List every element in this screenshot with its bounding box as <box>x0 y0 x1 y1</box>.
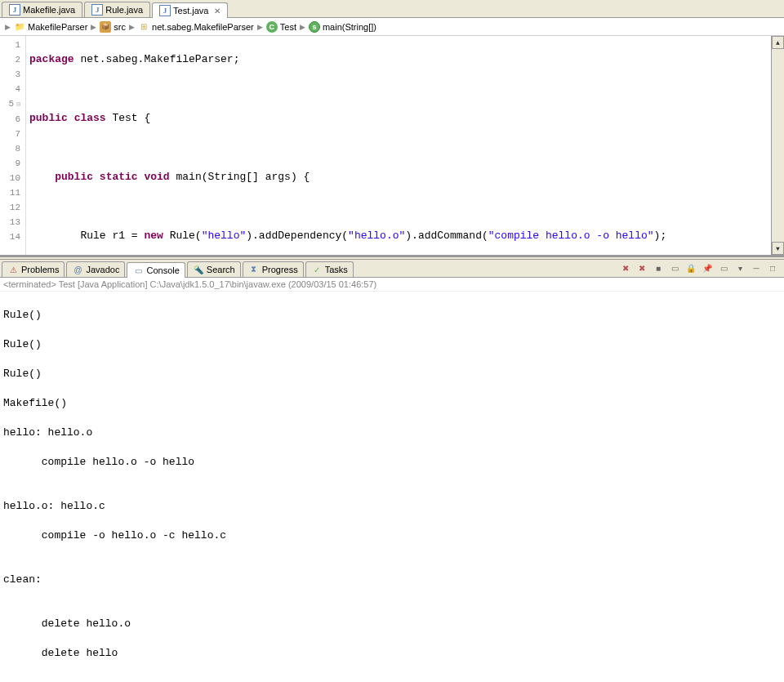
method-icon: s <box>309 21 320 33</box>
pin-console-icon[interactable]: 📌 <box>701 262 714 275</box>
tab-label: Makefile.java <box>23 5 75 15</box>
search-icon: 🔦 <box>193 264 204 275</box>
scroll-up-icon[interactable]: ▲ <box>772 36 784 49</box>
tab-rule-java[interactable]: J Rule.java <box>84 2 150 17</box>
document-text: Renomear classes Pretende-se renomear a … <box>0 677 784 682</box>
console-output[interactable]: Rule() Rule() Rule() Makefile() hello: h… <box>0 292 784 677</box>
tab-makefile-java[interactable]: J Makefile.java <box>2 2 82 17</box>
clear-console-icon[interactable]: ▭ <box>668 262 681 275</box>
bottom-view-tabs: ⚠ Problems @ Javadoc ▭ Console 🔦 Search … <box>0 260 784 278</box>
breadcrumb-method[interactable]: s main(String[]) <box>309 21 376 33</box>
open-console-icon[interactable]: ▾ <box>733 262 746 275</box>
tab-problems[interactable]: ⚠ Problems <box>2 261 65 277</box>
tab-progress[interactable]: ⧗ Progress <box>243 261 304 277</box>
console-header: <terminated> Test [Java Application] C:\… <box>0 278 784 292</box>
java-file-icon: J <box>9 4 20 16</box>
editor-tab-bar: J Makefile.java J Rule.java J Test.java … <box>0 0 784 18</box>
display-console-icon[interactable]: ▭ <box>717 262 730 275</box>
tab-javadoc[interactable]: @ Javadoc <box>66 261 125 277</box>
java-file-icon: J <box>159 5 171 16</box>
scroll-lock-icon[interactable]: 🔒 <box>684 262 697 275</box>
tab-search[interactable]: 🔦 Search <box>187 261 241 277</box>
vertical-scrollbar[interactable]: ▲ ▼ <box>771 36 784 255</box>
progress-icon: ⧗ <box>248 264 260 275</box>
chevron-right-icon: ▶ <box>91 23 96 31</box>
chevron-right-icon: ▶ <box>129 23 135 31</box>
breadcrumb: ▶ 📁 MakefileParser ▶ 📦 src ▶ ⊞ net.sabeg… <box>0 18 784 36</box>
minimize-icon[interactable]: ─ <box>750 262 763 275</box>
chevron-right-icon: ▶ <box>257 23 263 31</box>
terminate-icon[interactable]: ■ <box>652 262 665 275</box>
scroll-down-icon[interactable]: ▼ <box>772 242 784 255</box>
chevron-right-icon[interactable]: ▶ <box>5 23 11 31</box>
tab-tasks[interactable]: ✓ Tasks <box>305 261 354 277</box>
code-editor[interactable]: 1 2 3 4 5⊟ 6 7 8 9 10 11 12 13 14 packag… <box>0 36 784 256</box>
remove-launch-icon[interactable]: ✖ <box>619 262 632 275</box>
project-icon: 📁 <box>14 21 25 33</box>
javadoc-icon: @ <box>72 264 83 275</box>
breadcrumb-project[interactable]: 📁 MakefileParser <box>14 21 87 33</box>
breadcrumb-package[interactable]: ⊞ net.sabeg.MakefileParser <box>138 21 254 33</box>
close-icon[interactable]: ✕ <box>214 7 220 16</box>
tasks-icon: ✓ <box>311 264 323 275</box>
source-folder-icon: 📦 <box>100 21 111 33</box>
tab-console[interactable]: ▭ Console <box>127 262 185 278</box>
tab-label: Test.java <box>173 6 208 16</box>
remove-all-icon[interactable]: ✖ <box>635 262 648 275</box>
tab-test-java[interactable]: J Test.java ✕ <box>152 2 228 18</box>
maximize-icon[interactable]: □ <box>766 262 779 275</box>
console-toolbar: ✖ ✖ ■ ▭ 🔒 📌 ▭ ▾ ─ □ <box>619 262 784 275</box>
class-icon: C <box>266 21 278 33</box>
code-area[interactable]: package net.sabeg.MakefileParser; public… <box>26 36 771 255</box>
problems-icon: ⚠ <box>7 264 19 275</box>
breadcrumb-class[interactable]: C Test <box>266 21 296 33</box>
chevron-right-icon: ▶ <box>300 23 305 31</box>
java-file-icon: J <box>91 4 103 16</box>
breadcrumb-src[interactable]: 📦 src <box>100 21 126 33</box>
tab-label: Rule.java <box>105 5 143 15</box>
line-number-gutter: 1 2 3 4 5⊟ 6 7 8 9 10 11 12 13 14 <box>0 36 26 255</box>
console-icon: ▭ <box>132 265 144 276</box>
package-icon: ⊞ <box>138 21 149 33</box>
